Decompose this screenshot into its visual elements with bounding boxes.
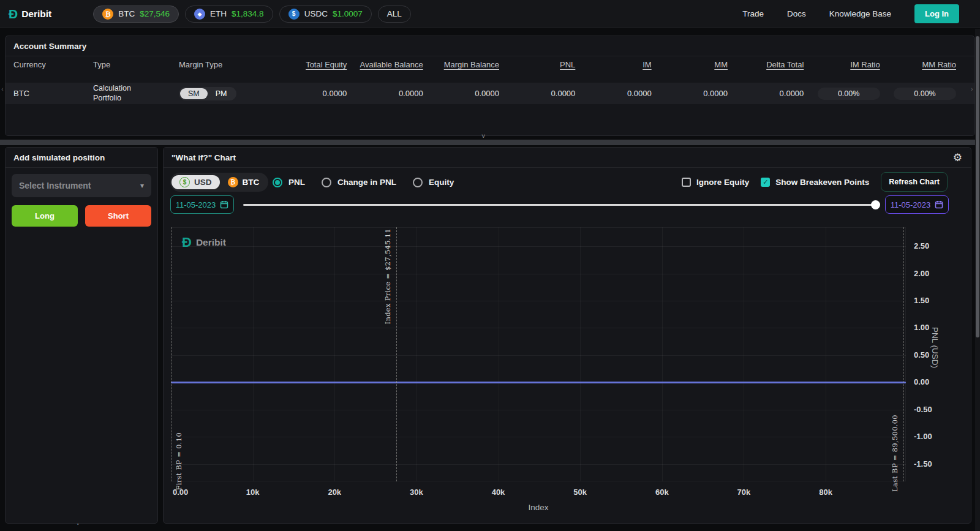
scrollbar-thumb[interactable] [976, 36, 979, 337]
long-button[interactable]: Long [12, 205, 78, 227]
column-header-mm-ratio[interactable]: MM Ratio [880, 60, 956, 69]
top-nav: Đ Deribit ₿ BTC $27,546 ◆ ETH $1,834.8 $… [0, 0, 980, 28]
gridline-h [171, 437, 906, 437]
y-tick-label: 1.00 [914, 323, 929, 332]
chart-area: 0.0010k20k30k40k50k60k70k80k2.502.001.50… [164, 221, 971, 524]
summary-scroll-right-icon[interactable]: › [971, 86, 973, 92]
chart-currency-toggle: $ USD ₿ BTC [170, 173, 268, 192]
index-price-line [396, 227, 397, 481]
collapse-summary-chevron-icon[interactable]: ˅ [481, 133, 485, 139]
currency-tab-btc[interactable]: ₿ BTC $27,546 [93, 6, 179, 23]
summary-scroll-left-icon[interactable]: ‹ [1, 86, 4, 92]
summary-data-row: BTC Calculation Portfolio SMPM 0.00000.0… [6, 83, 974, 104]
margin-mode-sm[interactable]: SM [180, 88, 208, 99]
watermark-text: Deribit [196, 237, 226, 248]
radio-equity[interactable]: Equity [413, 178, 454, 187]
panel-divider[interactable] [0, 140, 980, 145]
btc-coin-icon: ₿ [228, 177, 238, 187]
date-from-picker[interactable]: 11-05-2023 [170, 195, 234, 214]
gridline-h [171, 274, 906, 274]
show-breakeven-box-icon: ✓ [761, 178, 770, 187]
cell-value-2: 0.0000 [423, 89, 499, 98]
nav-link-trade[interactable]: Trade [742, 9, 764, 18]
pnl-line [171, 382, 906, 383]
gridline-h [171, 410, 906, 410]
btc-icon: ₿ [102, 9, 113, 20]
chart-title: "What if?" Chart ⚙ [164, 148, 971, 168]
chart-mode-radios: PNL Change in PNL Equity [273, 173, 454, 192]
settings-gear-icon[interactable]: ⚙ [953, 148, 962, 168]
brand-name: Deribit [21, 9, 51, 20]
radio-change-label: Change in PNL [337, 178, 396, 187]
toggle-btc[interactable]: ₿ BTC [220, 175, 268, 189]
chart-watermark: ĐDeribit [182, 235, 226, 250]
radio-equity-icon [413, 178, 423, 187]
btc-symbol: BTC [118, 9, 135, 18]
eth-price: $1,834.8 [232, 9, 264, 18]
margin-type-toggle: SMPM [179, 87, 236, 100]
currency-tab-eth[interactable]: ◆ ETH $1,834.8 [185, 6, 273, 23]
radio-pnl-label: PNL [288, 178, 305, 187]
eth-symbol: ETH [210, 9, 227, 18]
nav-link-knowledge-base[interactable]: Knowledge Base [829, 9, 891, 18]
x-tick-label: 80k [819, 488, 832, 497]
index-price-label: Index Price = $27,545.11 [383, 228, 392, 324]
column-header-margin-balance[interactable]: Margin Balance [423, 60, 499, 69]
column-header-total-equity[interactable]: Total Equity [271, 60, 347, 69]
nav-links: Trade Docs Knowledge Base Log In [742, 4, 959, 23]
x-tick-label: 20k [328, 488, 341, 497]
y-tick-label: 2.00 [914, 269, 929, 278]
refresh-chart-button[interactable]: Refresh Chart [881, 172, 948, 192]
column-header-im-ratio[interactable]: IM Ratio [804, 60, 880, 69]
radio-change-in-pnl[interactable]: Change in PNL [322, 178, 396, 187]
page-scrollbar[interactable] [975, 29, 980, 531]
currency-tab-all[interactable]: ALL [378, 6, 411, 23]
eth-icon: ◆ [194, 9, 205, 20]
radio-change-icon [322, 178, 331, 187]
date-to-picker[interactable]: 11-05-2023 [885, 195, 949, 214]
y-tick-label: -0.50 [914, 405, 932, 414]
column-header-delta-total[interactable]: Delta Total [728, 60, 804, 69]
cell-value-5: 0.0000 [652, 89, 728, 98]
gridline-v [662, 227, 663, 481]
cell-value-6: 0.0000 [728, 89, 804, 98]
deribit-logo[interactable]: Đ Deribit [9, 8, 51, 20]
gridline-h [171, 328, 906, 328]
ignore-equity-checkbox[interactable]: Ignore Equity [682, 178, 749, 187]
column-header-margin-type: Margin Type [179, 60, 271, 69]
usd-coin-icon: $ [179, 177, 190, 187]
cell-value-3: 0.0000 [499, 89, 575, 98]
radio-pnl-icon [273, 178, 282, 187]
date-to-value: 11-05-2023 [891, 200, 931, 209]
last-bp-label: Last BP = 89,500.00 [891, 415, 899, 492]
slider-thumb[interactable] [871, 200, 880, 209]
cell-value-0: 0.0000 [271, 89, 347, 98]
show-breakeven-checkbox[interactable]: ✓ Show Breakeven Points [761, 178, 869, 187]
btc-price: $27,546 [140, 9, 170, 18]
gridline-v [417, 227, 417, 481]
cell-ratio-1: 0.00% [880, 88, 956, 100]
margin-mode-pm[interactable]: PM [208, 88, 235, 99]
short-button[interactable]: Short [85, 205, 151, 227]
toggle-usd[interactable]: $ USD [172, 175, 220, 189]
chart-right-controls: Ignore Equity ✓ Show Breakeven Points Re… [682, 172, 948, 192]
gridline-v [499, 227, 499, 481]
column-header-available-balance[interactable]: Available Balance [347, 60, 423, 69]
column-header-mm[interactable]: MM [652, 60, 728, 69]
column-header-pnl[interactable]: PNL [499, 60, 575, 69]
currency-tab-usdc[interactable]: $ USDC $1.0007 [279, 6, 372, 23]
nav-link-docs[interactable]: Docs [787, 9, 806, 18]
gridline-h [171, 464, 906, 465]
radio-pnl[interactable]: PNL [273, 178, 305, 187]
ignore-equity-box-icon [682, 178, 691, 187]
gridline-v [580, 227, 581, 481]
instrument-select[interactable]: Select Instrument ▾ [12, 174, 151, 197]
ratio-badge-1: 0.00% [894, 88, 956, 100]
column-header-im[interactable]: IM [575, 60, 651, 69]
x-axis-label: Index [528, 503, 548, 512]
y-tick-label: -1.00 [914, 432, 932, 441]
chart-title-text: "What if?" Chart [172, 153, 236, 162]
cell-currency: BTC [13, 89, 93, 98]
login-button[interactable]: Log In [914, 4, 959, 23]
date-range-slider[interactable] [243, 204, 879, 206]
